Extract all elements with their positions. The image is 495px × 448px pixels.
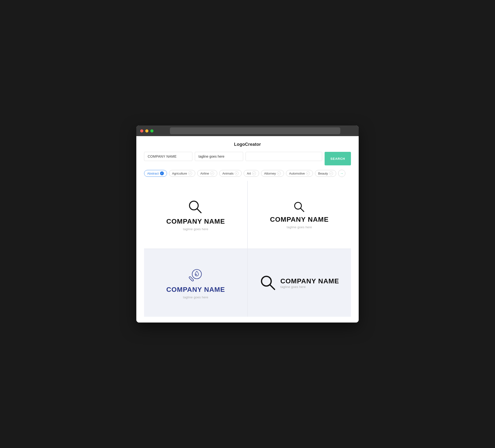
filter-check-6 [306,171,310,175]
filter-chip-attorney[interactable]: Attorney [261,170,284,177]
filter-chip-abstract[interactable]: Abstract [144,170,167,177]
filter-check-1 [188,171,192,175]
logo-content-3: COMPANY NAME tagline goes here [166,267,225,299]
filter-check-2 [210,171,214,175]
filter-chip-art[interactable]: Art [244,170,259,177]
company-name-1: COMPANY NAME [166,218,225,225]
filter-chip-beauty[interactable]: Beauty [315,170,336,177]
tagline-input[interactable] [195,152,243,161]
filter-label-2: Airline [200,172,209,175]
logo-card-2[interactable]: COMPANY NAME tagline goes here [248,181,351,249]
filter-check-7 [329,171,333,175]
tagline-3: tagline goes here [183,295,208,299]
browser-titlebar [136,126,359,136]
filter-check-3 [235,171,239,175]
company-name-input[interactable] [144,152,192,161]
tagline-1: tagline goes here [183,227,208,231]
filter-chip-airline[interactable]: Airline [197,170,217,177]
search-bar: SEARCH [144,152,351,165]
search-icon-4 [260,274,276,291]
filter-bar: AbstractAgricultureAirlineAnimalsArtAtto… [144,170,351,177]
close-button[interactable] [140,129,143,132]
logo-grid: COMPANY NAME tagline goes here COMPANY N… [144,181,351,317]
text-block-4: COMPANY NAME tagline goes here [280,277,339,289]
svg-line-8 [270,285,275,289]
search-icon-1 [187,199,204,216]
minimize-button[interactable] [145,129,148,132]
filter-label-0: Abstract [147,172,159,175]
logo-content-2: COMPANY NAME tagline goes here [270,200,329,229]
filter-check-0 [160,171,164,175]
filter-chip-automotive[interactable]: Automotive [286,170,313,177]
logo-card-4[interactable]: COMPANY NAME tagline goes here [248,249,351,317]
filter-label-7: Beauty [318,172,328,175]
logo-card-3[interactable]: COMPANY NAME tagline goes here [144,249,247,317]
filter-label-3: Animals [222,172,234,175]
magnify-detail-icon [187,267,204,284]
url-bar[interactable] [170,127,340,134]
app-content: LogoCreator SEARCH AbstractAgricultureAi… [136,136,359,322]
company-name-3: COMPANY NAME [166,286,225,294]
app-title: LogoCreator [144,142,351,147]
tagline-4: tagline goes here [280,285,339,289]
extra-input[interactable] [246,152,322,161]
svg-point-6 [196,274,197,275]
maximize-button[interactable] [150,129,153,132]
filter-chip-agriculture[interactable]: Agriculture [169,170,195,177]
search-button[interactable]: SEARCH [325,152,351,165]
search-icon-2 [293,200,306,214]
logo-content-1: COMPANY NAME tagline goes here [166,199,225,231]
logo-card-1[interactable]: COMPANY NAME tagline goes here [144,181,247,249]
company-name-4: COMPANY NAME [280,277,339,285]
company-name-2: COMPANY NAME [270,216,329,224]
filter-label-5: Attorney [264,172,276,175]
browser-window: LogoCreator SEARCH AbstractAgricultureAi… [136,126,359,322]
filter-chip-animals[interactable]: Animals [219,170,242,177]
logo-content-4: COMPANY NAME tagline goes here [260,274,339,291]
svg-line-3 [301,208,304,211]
filter-check-5 [277,171,281,175]
tagline-2: tagline goes here [287,225,312,229]
svg-line-1 [197,209,201,213]
filter-label-1: Agriculture [172,172,187,175]
filter-next-button[interactable]: → [338,170,345,177]
filter-check-4 [252,171,256,175]
filter-label-6: Automotive [289,172,305,175]
filter-label-4: Art [247,172,251,175]
